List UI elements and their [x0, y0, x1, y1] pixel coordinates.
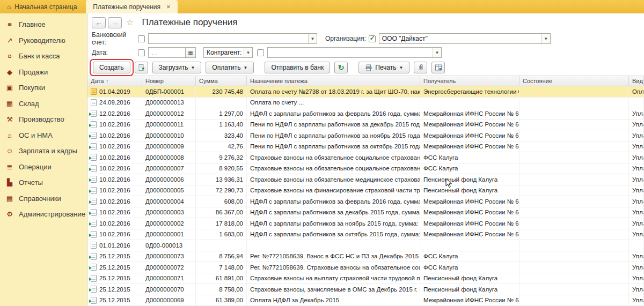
table-row[interactable]: 25.12.2015 Д0000000069 61 389,00 Оплата … — [87, 295, 644, 306]
table-row[interactable]: 10.02.2016 Д0000000008 9 276,32 Страховы… — [87, 152, 644, 163]
cell-purpose: Страховые взносы на обязательное социаль… — [247, 163, 420, 174]
create-copy-button[interactable] — [135, 62, 148, 73]
table-row[interactable]: 10.02.2016 Д0000000009 42,76 Пени по НДФ… — [87, 141, 644, 153]
cell-state — [519, 284, 629, 295]
cell-number: Д0000000070 — [142, 284, 196, 295]
cell-amount: 1 297,00 — [196, 108, 247, 119]
cell-amount: 608,00 — [196, 196, 247, 207]
cell-amount: 61 389,00 — [196, 295, 247, 306]
back-button[interactable]: ← — [92, 17, 106, 28]
table-row[interactable]: 10.02.2016 Д0000000006 13 936,31 Страхов… — [87, 174, 644, 185]
sidebar-item-administration[interactable]: ⚙Администрирование — [0, 206, 87, 222]
pay-button[interactable]: Оплатить ▼ — [206, 62, 254, 73]
cell-purpose: Оплата по счету ... — [247, 98, 420, 108]
sidebar-item-purchases[interactable]: ▣Покупки — [0, 80, 87, 96]
chevron-down-icon[interactable]: ▼ — [308, 34, 317, 43]
sales-icon: ◆ — [5, 68, 14, 76]
sidebar-item-fixed-assets[interactable]: ⌂ОС и НМА — [0, 128, 87, 144]
cell-date: 10.02.2016 — [87, 196, 142, 207]
sidebar-item-manager[interactable]: ↗Руководителю — [0, 33, 87, 49]
column-header-date[interactable]: Дата ↑ — [87, 76, 142, 86]
tab-payment-orders-label: Платежные поручения — [93, 3, 160, 11]
column-header-purpose[interactable]: Назначение платежа — [247, 76, 420, 86]
bank-account-checkbox[interactable] — [138, 35, 145, 42]
cell-state — [519, 174, 629, 185]
organization-checkbox[interactable] — [369, 35, 376, 42]
tab-home[interactable]: ⌂ Начальная страница — [0, 0, 84, 13]
table-row[interactable]: 10.02.2016 Д0000000010 323,40 Пени по НД… — [87, 130, 644, 141]
chevron-down-icon[interactable]: ▼ — [244, 48, 252, 57]
favorite-star-icon[interactable]: ☆ — [126, 18, 133, 27]
sidebar-item-production[interactable]: ⚒Производство — [0, 111, 87, 128]
chevron-down-icon[interactable]: ▼ — [541, 34, 550, 43]
column-header-recipient[interactable]: Получатель — [420, 76, 519, 86]
table-row[interactable]: 10.02.2016 Д0000000011 1 163,40 Пени по … — [87, 120, 644, 131]
table-row[interactable]: 25.12.2015 Д0000000072 7 148,00 Рег. №77… — [87, 262, 644, 273]
column-header-kind[interactable]: Вид д — [629, 76, 644, 86]
attachment-button[interactable] — [414, 62, 427, 73]
date-checkbox[interactable] — [138, 49, 145, 56]
table-row[interactable]: 01.01.2016 0Д00-000013 — [87, 240, 644, 251]
counterparty-combo[interactable]: ▼ — [267, 47, 442, 58]
sidebar-item-salary-hr[interactable]: ☺Зарплата и кадры — [0, 143, 87, 159]
bank-account-combo[interactable]: ▼ — [148, 33, 317, 44]
cell-recipient: Межрайонная ИФНС России № 6 по К... — [420, 196, 519, 207]
tab-payment-orders[interactable]: Платежные поручения × — [86, 0, 177, 13]
sidebar-item-directories[interactable]: ▤Справочники — [0, 191, 87, 207]
create-button[interactable]: Создать — [93, 62, 130, 73]
refresh-button[interactable]: ↻ — [334, 62, 348, 73]
sidebar-item-operations[interactable]: ≣Операции — [0, 159, 87, 175]
table-row[interactable]: 10.02.2016 Д0000000003 86 367,00 НДФЛ с … — [87, 207, 644, 219]
cell-recipient: Пенсионный фонд Калуга — [420, 273, 519, 284]
table-row[interactable]: 10.02.2016 Д0000000002 17 818,00 НДФЛ с … — [87, 218, 644, 229]
print-button[interactable]: Печать ▼ — [358, 62, 409, 73]
title-row: ← → ☆ Платежные поручения — [87, 13, 644, 32]
sidebar-item-main[interactable]: ≡Главное — [0, 17, 87, 33]
forward-button[interactable]: → — [108, 17, 122, 28]
calendar-icon[interactable]: ▦ — [186, 47, 196, 58]
cell-date: 25.12.2015 — [87, 295, 142, 306]
table-row[interactable]: 10.02.2016 Д0000000005 72 290,73 Страхов… — [87, 185, 644, 197]
chevron-down-icon[interactable]: ▼ — [433, 48, 441, 57]
cell-date: 10.02.2016 — [87, 130, 142, 141]
cell-number: 0ДБП-000001 — [142, 86, 196, 97]
cell-amount — [196, 240, 247, 251]
tab-home-label: Начальная страница — [14, 3, 77, 11]
organization-combo[interactable]: ООО "Дайкаст" ▼ — [379, 33, 551, 44]
sidebar-item-bank-cash[interactable]: ¤Банк и касса — [0, 48, 87, 64]
table-row[interactable]: 01.04.2019 0ДБП-000001 230 745,48 Оплата… — [87, 86, 644, 98]
cell-recipient: Межрайонная ИФНС России № 6 по К... — [420, 141, 519, 152]
table-row[interactable]: 10.02.2016 Д0000000004 608,00 НДФЛ с зар… — [87, 196, 644, 207]
payments-table: Дата ↑ Номер Сумма Назначение платежа По… — [87, 76, 644, 306]
column-header-state[interactable]: Состояние — [519, 76, 629, 86]
table-row[interactable]: 25.12.2015 Д0000000071 61 891,00 Страхов… — [87, 273, 644, 285]
list-settings-icon — [435, 64, 442, 71]
cell-amount: 13 936,31 — [196, 174, 247, 185]
chevron-down-icon: ▼ — [191, 65, 195, 70]
date-input[interactable]: . . — [148, 47, 186, 58]
close-tab-icon[interactable]: × — [166, 3, 171, 11]
table-row[interactable]: 25.12.2015 Д0000000070 8 758,00 Страховы… — [87, 284, 644, 295]
table-row[interactable]: 24.09.2016 Д0000000013 Оплата по счету .… — [87, 98, 644, 109]
paperclip-icon — [417, 64, 425, 71]
load-button[interactable]: Загрузить ▼ — [152, 62, 202, 73]
cell-recipient — [420, 240, 519, 251]
column-header-amount[interactable]: Сумма — [196, 76, 247, 86]
sidebar-item-sales[interactable]: ◆Продажи — [0, 64, 87, 80]
cell-purpose: Рег. №7721058639. Страховые взносы на об… — [247, 262, 420, 273]
table-row[interactable]: 25.12.2015 Д0000000073 8 756,94 Рег. №77… — [87, 251, 644, 263]
warehouse-icon: ▦ — [5, 100, 14, 108]
sidebar-item-warehouse[interactable]: ▦Склад — [0, 96, 87, 112]
money-icon: ¤ — [5, 52, 14, 60]
cell-purpose: Страховые взносы на обязательное социаль… — [247, 152, 420, 163]
column-header-number[interactable]: Номер — [142, 76, 196, 86]
sidebar-item-reports[interactable]: ▙Отчеты — [0, 175, 87, 191]
table-row[interactable]: 10.02.2016 Д0000000007 8 920,55 Страховы… — [87, 163, 644, 175]
counterparty-checkbox[interactable] — [257, 49, 264, 56]
counterparty-field-selector[interactable]: Контрагент: ▼ — [203, 47, 253, 58]
send-to-bank-button[interactable]: Отправить в банк — [265, 62, 330, 73]
list-settings-button[interactable] — [431, 62, 445, 73]
cell-recipient: Межрайонная ИФНС России № 6 по К... — [420, 207, 519, 218]
table-row[interactable]: 12.02.2016 Д0000000012 1 297,00 НДФЛ с з… — [87, 108, 644, 120]
table-row[interactable]: 10.02.2016 Д0000000001 1 603,00 НДФЛ с з… — [87, 229, 644, 241]
